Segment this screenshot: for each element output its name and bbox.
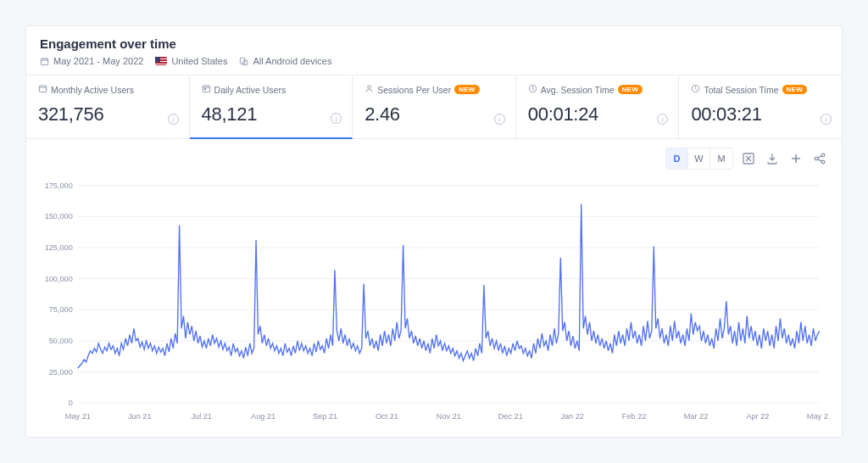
metric-label-text: Sessions Per User — [377, 85, 451, 95]
svg-rect-0 — [41, 59, 47, 65]
svg-text:May 21: May 21 — [65, 412, 91, 421]
metric-tab-mau[interactable]: Monthly Active Users321,756i — [26, 75, 190, 138]
filter-date-label: May 2021 - May 2022 — [53, 56, 143, 66]
user-icon — [364, 84, 374, 95]
granularity-d[interactable]: D — [666, 148, 688, 169]
svg-point-11 — [821, 153, 825, 157]
metric-label: Avg. Session TimeNEW — [528, 84, 667, 95]
svg-rect-1 — [241, 58, 246, 64]
metric-label: Total Session TimeNEW — [691, 84, 830, 95]
svg-text:Apr 22: Apr 22 — [746, 412, 769, 421]
devices-icon — [239, 57, 248, 66]
svg-text:Nov 21: Nov 21 — [437, 412, 461, 421]
svg-text:50,000: 50,000 — [49, 337, 73, 345]
clock-icon — [528, 84, 537, 95]
svg-text:Aug 21: Aug 21 — [251, 412, 275, 421]
metric-label: Daily Active Users — [202, 84, 341, 95]
card-title: Engagement over time — [40, 36, 828, 51]
metric-tab-dau[interactable]: Daily Active Users48,121i — [190, 75, 353, 139]
svg-text:Jul 21: Jul 21 — [191, 412, 211, 421]
metric-value: 2.46 — [364, 103, 504, 126]
svg-text:Dec 21: Dec 21 — [498, 412, 523, 421]
info-icon[interactable]: i — [331, 113, 342, 124]
filter-country-label: United States — [171, 56, 227, 66]
metric-label-text: Total Session Time — [704, 85, 778, 95]
filter-date-range[interactable]: May 2021 - May 2022 — [40, 56, 143, 66]
new-badge: NEW — [782, 85, 808, 94]
export-excel-button[interactable] — [740, 150, 757, 167]
metrics-row: Monthly Active Users321,756iDaily Active… — [26, 75, 842, 139]
svg-text:175,000: 175,000 — [45, 181, 73, 190]
metric-tab-tst[interactable]: Total Session TimeNEW00:03:21i — [679, 75, 842, 138]
new-badge: NEW — [454, 85, 480, 94]
svg-text:0: 0 — [69, 399, 73, 407]
granularity-w[interactable]: W — [688, 148, 710, 169]
svg-text:Oct 21: Oct 21 — [376, 412, 398, 421]
metric-value: 48,121 — [202, 103, 341, 126]
filter-devices[interactable]: All Android devices — [239, 56, 331, 66]
info-icon[interactable]: i — [168, 114, 179, 125]
calendar-day-icon — [202, 84, 211, 95]
svg-rect-4 — [203, 86, 209, 92]
granularity-m[interactable]: M — [710, 148, 732, 169]
svg-text:125,000: 125,000 — [45, 243, 73, 252]
svg-text:100,000: 100,000 — [45, 275, 73, 283]
svg-rect-3 — [39, 86, 46, 92]
filter-country[interactable]: United States — [155, 56, 227, 66]
metric-tab-ast[interactable]: Avg. Session TimeNEW00:01:24i — [516, 75, 680, 138]
svg-point-10 — [815, 157, 818, 160]
metric-label-text: Daily Active Users — [214, 85, 287, 95]
add-button[interactable] — [787, 150, 804, 167]
svg-text:25,000: 25,000 — [49, 368, 73, 377]
chart-canvas[interactable]: 025,00050,00075,000100,000125,000150,000… — [35, 176, 828, 428]
engagement-card: Engagement over time May 2021 - May 2022… — [25, 25, 843, 438]
chart-area: DWM 025,00050,00075,000100,000125,000150… — [26, 139, 842, 437]
new-badge: NEW — [618, 85, 643, 94]
svg-text:Sep 21: Sep 21 — [313, 412, 337, 421]
metric-tab-spu[interactable]: Sessions Per UserNEW2.46i — [353, 75, 516, 138]
svg-text:75,000: 75,000 — [49, 305, 73, 314]
svg-rect-5 — [204, 89, 205, 90]
download-button[interactable] — [764, 150, 781, 167]
calendar-icon — [38, 84, 47, 95]
svg-text:Feb 22: Feb 22 — [622, 412, 646, 421]
svg-point-12 — [821, 160, 825, 164]
svg-point-6 — [368, 86, 370, 88]
chart-toolbar: DWM — [35, 148, 828, 170]
filter-devices-label: All Android devices — [253, 56, 331, 66]
svg-text:150,000: 150,000 — [45, 212, 73, 220]
svg-text:Jun 21: Jun 21 — [128, 412, 151, 421]
svg-text:May 22: May 22 — [807, 412, 828, 421]
metric-label: Monthly Active Users — [38, 84, 177, 95]
info-icon[interactable]: i — [494, 114, 505, 125]
filter-bar: May 2021 - May 2022 United States All An… — [40, 56, 828, 66]
svg-text:Jan 22: Jan 22 — [560, 412, 583, 421]
metric-label-text: Monthly Active Users — [51, 85, 134, 95]
info-icon[interactable]: i — [821, 114, 832, 125]
metric-label-text: Avg. Session Time — [541, 85, 615, 95]
granularity-toggle: DWM — [665, 148, 733, 170]
info-icon[interactable]: i — [657, 114, 668, 125]
metric-value: 321,756 — [38, 103, 177, 126]
svg-text:Mar 22: Mar 22 — [684, 412, 708, 421]
share-button[interactable] — [811, 150, 828, 167]
metric-value: 00:03:21 — [691, 103, 830, 126]
calendar-icon — [40, 57, 49, 66]
card-header: Engagement over time May 2021 - May 2022… — [26, 26, 842, 75]
clock-icon — [691, 84, 700, 95]
metric-label: Sessions Per UserNEW — [364, 84, 504, 95]
us-flag-icon — [155, 57, 167, 65]
metric-value: 00:01:24 — [528, 103, 667, 126]
